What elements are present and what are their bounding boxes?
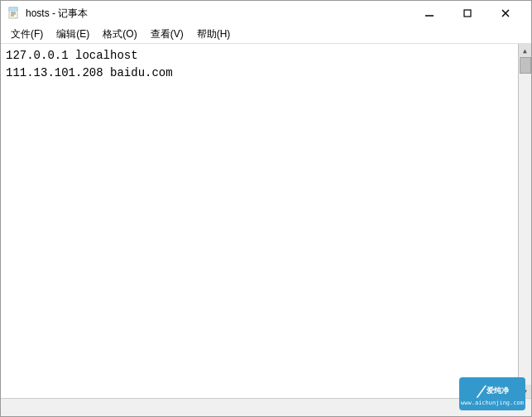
- maximize-button[interactable]: [448, 1, 486, 26]
- title-bar: hosts - 记事本: [1, 1, 531, 26]
- notepad-icon: [7, 7, 21, 20]
- window-title: hosts - 记事本: [26, 7, 88, 21]
- menu-file[interactable]: 文件(F): [4, 26, 50, 43]
- scrollbar-thumb[interactable]: [520, 57, 531, 74]
- svg-rect-6: [464, 10, 471, 17]
- title-bar-left: hosts - 记事本: [7, 7, 88, 21]
- scrollbar-track: [519, 57, 531, 385]
- status-bar: [1, 398, 531, 416]
- watermark-brand: 爱纯净: [486, 386, 509, 396]
- watermark-slash-icon: /: [476, 382, 485, 400]
- menu-view[interactable]: 查看(V): [144, 26, 190, 43]
- menu-format[interactable]: 格式(O): [96, 26, 143, 43]
- window-controls: [410, 1, 525, 26]
- watermark-box: / 爱纯净 www.aichunjing.com: [459, 377, 525, 410]
- text-editor[interactable]: 127.0.0.1 localhost 111.13.101.208 baidu…: [1, 44, 518, 398]
- watermark: / 爱纯净 www.aichunjing.com: [459, 377, 525, 410]
- editor-area: 127.0.0.1 localhost 111.13.101.208 baidu…: [1, 44, 531, 398]
- svg-rect-1: [9, 7, 17, 11]
- vertical-scrollbar[interactable]: ▲ ▼: [518, 44, 531, 398]
- menu-bar: 文件(F) 编辑(E) 格式(O) 查看(V) 帮助(H): [1, 26, 531, 44]
- watermark-logo: / 爱纯净: [476, 382, 509, 400]
- watermark-site: www.aichunjing.com: [461, 400, 524, 406]
- close-button[interactable]: [486, 1, 525, 26]
- menu-help[interactable]: 帮助(H): [190, 26, 237, 43]
- menu-edit[interactable]: 编辑(E): [50, 26, 96, 43]
- notepad-window: hosts - 记事本 文件(F) 编辑(E) 格式(O) 查看(V) 帮助(H…: [0, 0, 532, 417]
- scroll-up-button[interactable]: ▲: [519, 44, 532, 57]
- minimize-button[interactable]: [410, 1, 448, 26]
